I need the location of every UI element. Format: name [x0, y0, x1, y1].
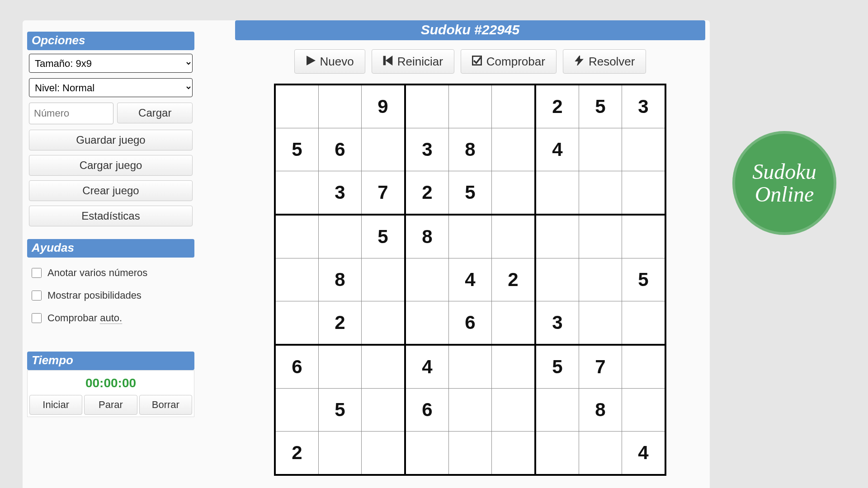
load-button[interactable]: Cargar	[117, 103, 193, 123]
load-game-button[interactable]: Cargar juego	[29, 155, 193, 176]
cell-5-2[interactable]	[362, 301, 406, 345]
cell-3-2[interactable]: 5	[362, 215, 406, 258]
cell-8-0[interactable]: 2	[275, 432, 319, 475]
cell-0-5[interactable]	[492, 84, 536, 128]
cell-2-2[interactable]: 7	[362, 171, 406, 215]
cell-2-6[interactable]	[535, 171, 579, 215]
cell-4-5[interactable]: 2	[492, 258, 536, 301]
cell-6-8[interactable]	[622, 345, 666, 389]
cell-0-1[interactable]	[319, 84, 362, 128]
cell-0-4[interactable]	[449, 84, 492, 128]
check-button[interactable]: Comprobar	[461, 49, 557, 74]
cell-1-5[interactable]	[492, 128, 536, 171]
time-clear-button[interactable]: Borrar	[139, 395, 192, 415]
auto-check-checkbox[interactable]	[32, 313, 42, 323]
cell-5-8[interactable]	[622, 301, 666, 345]
auto-check-checkbox-row[interactable]: Comprobar auto.	[30, 312, 192, 324]
save-game-button[interactable]: Guardar juego	[29, 130, 193, 150]
cell-7-2[interactable]	[362, 389, 406, 432]
cell-3-4[interactable]	[449, 215, 492, 258]
annotate-checkbox-row[interactable]: Anotar varios números	[30, 267, 192, 279]
cell-2-7[interactable]	[579, 171, 622, 215]
solve-button[interactable]: Resolver	[563, 49, 646, 74]
cell-8-5[interactable]	[492, 432, 536, 475]
cell-2-8[interactable]	[622, 171, 666, 215]
cell-7-3[interactable]: 6	[405, 389, 449, 432]
cell-4-1[interactable]: 8	[319, 258, 362, 301]
cell-8-3[interactable]	[405, 432, 449, 475]
time-stop-button[interactable]: Parar	[84, 395, 137, 415]
cell-6-3[interactable]: 4	[405, 345, 449, 389]
cell-4-0[interactable]	[275, 258, 319, 301]
cell-1-6[interactable]: 4	[535, 128, 579, 171]
cell-8-6[interactable]	[535, 432, 579, 475]
new-button[interactable]: Nuevo	[294, 49, 365, 74]
cell-4-4[interactable]: 4	[449, 258, 492, 301]
cell-1-3[interactable]: 3	[405, 128, 449, 171]
cell-1-4[interactable]: 8	[449, 128, 492, 171]
show-poss-checkbox-row[interactable]: Mostrar posibilidades	[30, 289, 192, 302]
size-select[interactable]: Tamaño: 9x9	[29, 54, 193, 73]
cell-2-5[interactable]	[492, 171, 536, 215]
cell-7-0[interactable]	[275, 389, 319, 432]
cell-4-2[interactable]	[362, 258, 406, 301]
cell-3-3[interactable]: 8	[405, 215, 449, 258]
cell-2-3[interactable]: 2	[405, 171, 449, 215]
cell-6-5[interactable]	[492, 345, 536, 389]
cell-7-7[interactable]: 8	[579, 389, 622, 432]
cell-5-5[interactable]	[492, 301, 536, 345]
cell-2-1[interactable]: 3	[319, 171, 362, 215]
cell-2-4[interactable]: 5	[449, 171, 492, 215]
cell-6-7[interactable]: 7	[579, 345, 622, 389]
cell-3-6[interactable]	[535, 215, 579, 258]
cell-3-5[interactable]	[492, 215, 536, 258]
cell-1-1[interactable]: 6	[319, 128, 362, 171]
cell-7-6[interactable]	[535, 389, 579, 432]
cell-5-3[interactable]	[405, 301, 449, 345]
cell-1-8[interactable]	[622, 128, 666, 171]
cell-3-1[interactable]	[319, 215, 362, 258]
cell-6-2[interactable]	[362, 345, 406, 389]
cell-7-8[interactable]	[622, 389, 666, 432]
create-game-button[interactable]: Crear juego	[29, 180, 193, 201]
cell-7-1[interactable]: 5	[319, 389, 362, 432]
cell-0-8[interactable]: 3	[622, 84, 666, 128]
cell-8-2[interactable]	[362, 432, 406, 475]
cell-8-8[interactable]: 4	[622, 432, 666, 475]
cell-0-6[interactable]: 2	[535, 84, 579, 128]
cell-4-7[interactable]	[579, 258, 622, 301]
cell-5-7[interactable]	[579, 301, 622, 345]
cell-6-4[interactable]	[449, 345, 492, 389]
time-start-button[interactable]: Iniciar	[29, 395, 82, 415]
cell-6-6[interactable]: 5	[535, 345, 579, 389]
cell-7-4[interactable]	[449, 389, 492, 432]
cell-7-5[interactable]	[492, 389, 536, 432]
cell-2-0[interactable]	[275, 171, 319, 215]
cell-8-1[interactable]	[319, 432, 362, 475]
number-input[interactable]	[29, 103, 113, 124]
stats-button[interactable]: Estadísticas	[29, 206, 193, 226]
cell-0-2[interactable]: 9	[362, 84, 406, 128]
cell-0-7[interactable]: 5	[579, 84, 622, 128]
cell-6-0[interactable]: 6	[275, 345, 319, 389]
sudoku-board[interactable]: 9253563843725588425263645756824	[274, 84, 666, 476]
cell-5-1[interactable]: 2	[319, 301, 362, 345]
cell-5-4[interactable]: 6	[449, 301, 492, 345]
restart-button[interactable]: Reiniciar	[372, 49, 454, 74]
level-select[interactable]: Nivel: Normal	[29, 78, 193, 97]
annotate-checkbox[interactable]	[32, 268, 42, 278]
cell-4-8[interactable]: 5	[622, 258, 666, 301]
cell-3-7[interactable]	[579, 215, 622, 258]
cell-0-0[interactable]	[275, 84, 319, 128]
cell-5-0[interactable]	[275, 301, 319, 345]
cell-4-3[interactable]	[405, 258, 449, 301]
cell-3-0[interactable]	[275, 215, 319, 258]
cell-3-8[interactable]	[622, 215, 666, 258]
cell-1-2[interactable]	[362, 128, 406, 171]
cell-1-0[interactable]: 5	[275, 128, 319, 171]
cell-8-7[interactable]	[579, 432, 622, 475]
cell-5-6[interactable]: 3	[535, 301, 579, 345]
cell-6-1[interactable]	[319, 345, 362, 389]
cell-0-3[interactable]	[405, 84, 449, 128]
cell-1-7[interactable]	[579, 128, 622, 171]
